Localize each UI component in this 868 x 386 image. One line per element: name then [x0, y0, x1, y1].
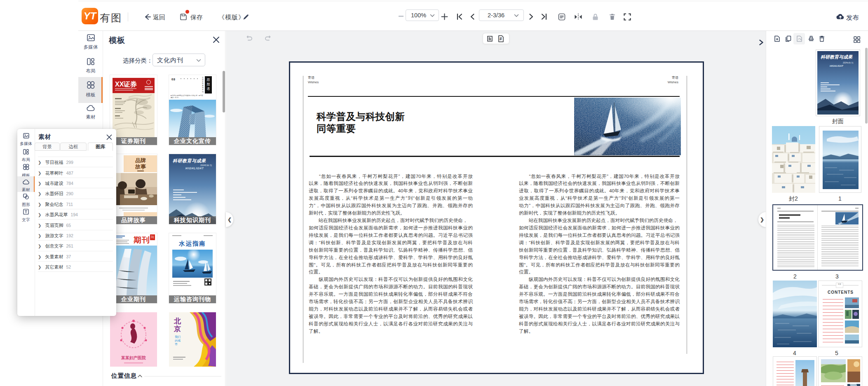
svg-text:#: #: [500, 37, 502, 41]
svg-text:2024年秋·刊: 2024年秋·刊: [843, 62, 854, 64]
svg-text:HIGHLIGHT: HIGHLIGHT: [830, 65, 844, 67]
svg-text:科研教育与成果: 科研教育与成果: [820, 54, 853, 59]
